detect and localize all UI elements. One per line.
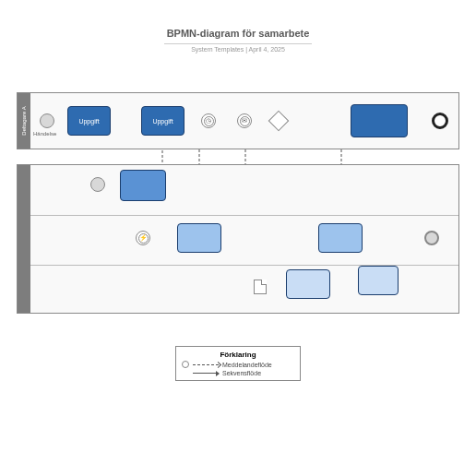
legend-row-message: Meddelandeflöde: [182, 361, 294, 368]
legend-circle-icon: [182, 361, 189, 368]
end-event-b: [424, 231, 439, 245]
legend-message-label: Meddelandeflöde: [222, 362, 272, 368]
timer-event-icon: ◷: [201, 113, 216, 128]
end-event-a: [432, 113, 448, 129]
legend: Förklaring Meddelandeflöde Sekvensflöde: [175, 346, 301, 381]
task-b2: [177, 223, 221, 253]
diagram-subtitle: System Templates | April 4, 2025: [164, 43, 312, 53]
pool-a-label: Deltagare A: [21, 106, 27, 135]
task-b5: [358, 266, 399, 295]
start-event: [40, 113, 54, 128]
legend-title: Förklaring: [182, 351, 294, 359]
start-event-label: Händelse: [33, 131, 56, 137]
task-a3: [351, 104, 408, 137]
legend-row-sequence: Sekvensflöde: [182, 370, 294, 376]
task-b3: [318, 223, 363, 253]
pool-a-header: Deltagare A: [18, 93, 30, 149]
task-a1: Uppgift: [67, 106, 111, 136]
start-event-b: [90, 177, 105, 192]
task-b4: [286, 269, 330, 299]
diagram-header: BPMN-diagram för samarbete System Templa…: [0, 0, 476, 55]
intermediate-event-icon: ⚡: [136, 231, 150, 245]
legend-dashed-line-icon: [193, 364, 219, 365]
task-b1: [120, 170, 166, 201]
legend-sequence-label: Sekvensflöde: [222, 370, 261, 376]
document-icon: [254, 280, 267, 294]
diagram-title: BPMN-diagram för samarbete: [0, 28, 476, 39]
lane-divider: [30, 215, 458, 216]
pool-b-header: [18, 165, 30, 313]
legend-solid-line-icon: [193, 373, 219, 374]
message-event-icon: ✉: [237, 113, 252, 128]
task-a2: Uppgift: [141, 106, 184, 136]
diagram-canvas: Deltagare A Händelse Uppgift Uppgift ◷ ✉…: [0, 55, 476, 406]
